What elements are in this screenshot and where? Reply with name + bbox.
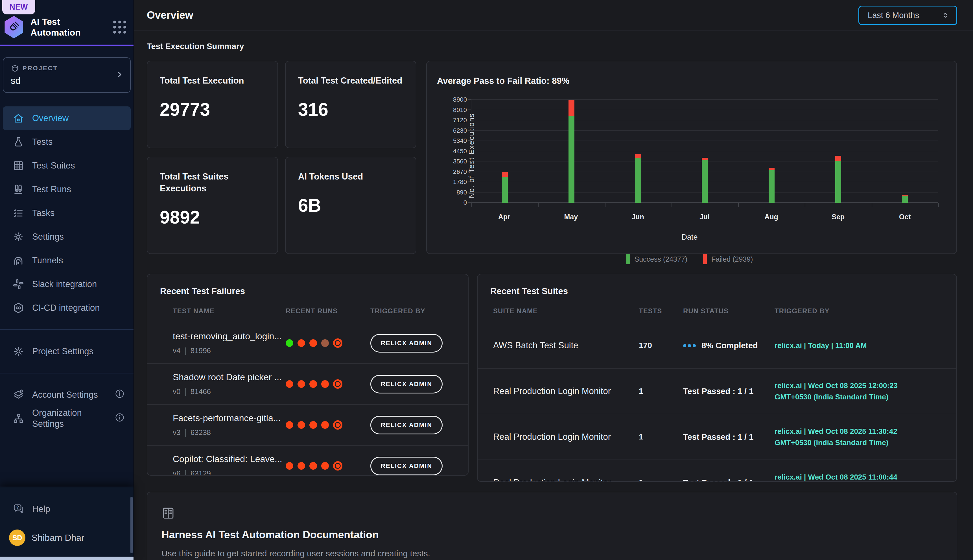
run-status-dot-failed[interactable] [321,421,329,429]
triggered-by-text[interactable]: relicx.ai | Wed Oct 08 2025 11:30:42 GMT… [775,426,944,448]
table-row[interactable]: Real Production Login Monitor1Test Passe… [478,368,956,414]
bar-may[interactable] [568,100,575,203]
run-status-dot-failed[interactable] [286,380,293,388]
table-row[interactable]: AWS Batch Test Suite1708% Completedrelic… [478,323,956,368]
column-header: SUITE NAME [493,307,639,315]
bar-sep[interactable] [835,156,841,203]
test-name[interactable]: test-removing_auto_login... [173,331,286,342]
sidebar-item-label: Help [32,504,50,515]
run-status-dot-failed[interactable] [321,380,329,388]
run-status-dot-success[interactable] [286,339,293,347]
home-icon [12,112,25,125]
tunnel-icon [12,254,25,267]
project-selector[interactable]: PROJECT sd [3,57,131,93]
run-status-dot-failed[interactable] [309,339,317,347]
x-axis-tick [805,203,805,207]
run-status-dot-failed[interactable] [298,462,305,470]
sidebar-item-project-settings[interactable]: Project Settings [3,340,131,363]
run-status-dot-failed[interactable] [309,462,317,470]
sidebar-item-tunnels[interactable]: Tunnels [3,249,131,272]
sidebar-item-tasks[interactable]: Tasks [3,201,131,225]
cicd-icon [12,302,25,315]
bar-apr[interactable] [502,172,508,203]
failed-segment [568,100,575,116]
sidebar-item-overview[interactable]: Overview [3,107,131,130]
sidebar-item-organization-settings[interactable]: Organization Settings [3,407,131,430]
suite-name[interactable]: AWS Batch Test Suite [493,340,639,350]
run-status-dot-failed[interactable] [298,339,305,347]
triggered-by-text[interactable]: relicx.ai | Today | 11:00 AM [775,340,944,351]
sidebar-item-test-runs[interactable]: Test Runs [3,178,131,201]
run-status-dot-current[interactable] [333,461,342,470]
chevron-right-icon [115,70,124,80]
failures-title: Recent Test Failures [160,286,468,297]
triggered-by-badge[interactable]: RELICX ADMIN [370,416,443,434]
table-row[interactable]: Facets-performance-gitla...v3|63238RELIC… [147,404,468,445]
triggered-by-badge[interactable]: RELICX ADMIN [370,334,443,353]
suite-name[interactable]: Real Production Login Monitor [493,432,639,442]
main-header: Overview Last 6 Months [134,0,973,31]
success-segment [568,116,575,203]
run-status-dot-current[interactable] [333,379,342,389]
table-row[interactable]: Real Production Login Monitor1Test Passe… [478,414,956,460]
apps-grid-icon[interactable] [113,21,126,33]
table-row[interactable]: Copilot: Classified: Leave...v6|63129REL… [147,445,468,476]
sidebar-nav: OverviewTestsTest SuitesTest RunsTasksSe… [0,93,133,487]
table-row[interactable]: test-removing_auto_login...v4|81996RELIC… [147,323,468,363]
sidebar-item-test-suites[interactable]: Test Suites [3,154,131,178]
run-status-dot-current[interactable] [333,338,342,348]
run-status-dot-failed[interactable] [298,380,305,388]
test-name[interactable]: Copilot: Classified: Leave... [173,454,286,464]
bar-jul[interactable] [702,158,708,203]
bar-jun[interactable] [635,154,641,203]
sidebar-item-tests[interactable]: Tests [3,130,131,154]
run-status-dot-current[interactable] [333,420,342,430]
main-area: Overview Last 6 Months Test Execution Su… [134,0,973,560]
triggered-by-badge[interactable]: RELICX ADMIN [370,375,443,393]
sidebar-item-ci-cd-integration[interactable]: CI-CD integration [3,296,131,320]
sidebar-item-account-settings[interactable]: Account Settings [3,383,131,407]
suite-name[interactable]: Real Production Login Monitor [493,386,639,396]
axis-tick [468,140,472,141]
suite-name[interactable]: Real Production Login Monitor [493,478,639,482]
project-value: sd [11,75,123,86]
stat-label: Total Test Execution [160,75,265,87]
info-icon[interactable] [114,388,125,402]
chart-plot: No. of Test Executions 08901780267035604… [471,100,938,203]
sidebar-scrollbar[interactable] [130,497,133,553]
info-icon[interactable] [114,412,125,425]
time-range-select[interactable]: Last 6 Months [858,6,957,25]
run-status-dot-failed[interactable] [309,421,317,429]
run-status-dot-failed[interactable] [321,462,329,470]
sidebar-item-label: Organization Settings [32,408,107,430]
bar-oct[interactable] [902,195,908,203]
docs-title: Harness AI Test Automation Documentation [162,529,943,541]
run-status-dot-failed[interactable] [298,421,305,429]
run-status-dot-failed[interactable] [286,421,293,429]
stat-label: Total Test Created/Edited [298,75,403,87]
test-name[interactable]: Shadow root Date picker ... [173,372,286,382]
slack-icon [12,278,25,291]
table-row[interactable]: Real Production Login Monitor1Test Passe… [478,460,956,482]
sidebar-item-help[interactable]: ?Help [3,497,131,521]
bar-slot [605,100,671,203]
triggered-by-badge[interactable]: RELICX ADMIN [370,457,443,475]
user-menu[interactable]: SD Shibam Dhar [3,530,131,546]
y-tick-label: 8900 [453,96,467,103]
stat-label: Total Test Suites Executions [160,171,265,195]
x-axis-tick [671,203,672,207]
triggered-by-text[interactable]: relicx.ai | Wed Oct 08 2025 11:00:44 GMT… [775,472,944,482]
run-status-dot-failed[interactable] [286,462,293,470]
bar-aug[interactable] [769,168,775,203]
triggered-by-text[interactable]: relicx.ai | Wed Oct 08 2025 12:00:23 GMT… [775,380,944,403]
column-header: TRIGGERED BY [775,307,944,315]
sidebar-item-settings[interactable]: Settings [3,225,131,249]
column-header: TRIGGERED BY [370,307,455,315]
y-tick-label: 890 [457,189,467,196]
test-name[interactable]: Facets-performance-gitla... [173,413,286,423]
table-row[interactable]: Shadow root Date picker ...v0|81466RELIC… [147,363,468,404]
x-tick-label: Jun [604,213,671,221]
run-status-dot-failed[interactable] [309,380,317,388]
sidebar-item-slack-integration[interactable]: Slack integration [3,272,131,296]
run-status-dot-muted[interactable] [321,339,329,347]
